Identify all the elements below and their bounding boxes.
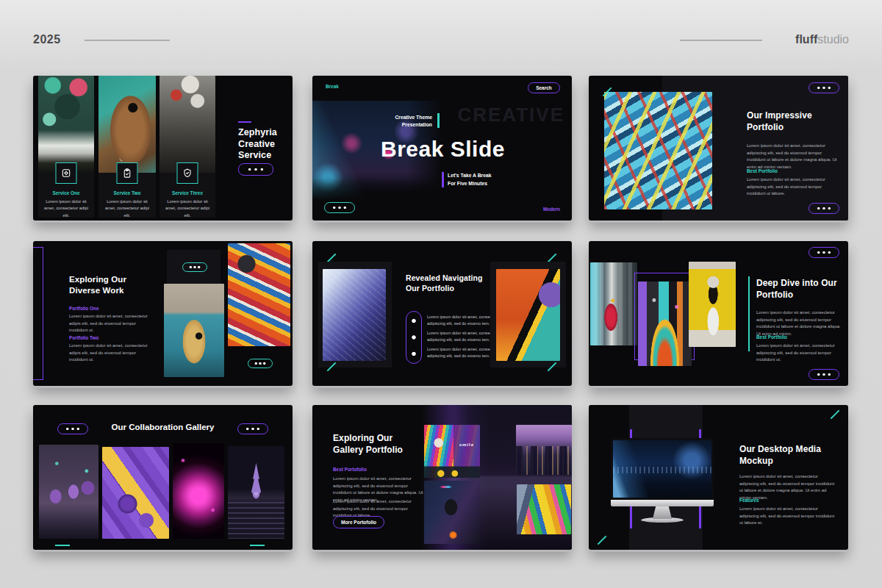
photo-caption: smile [459, 442, 474, 447]
slide-impressive-portfolio: Our Impressive Portfolio Lorem ipsum dol… [589, 76, 848, 220]
slide-deep-dive: Deep Dive into Our Portfolio Lorem ipsum… [589, 241, 848, 386]
photo-skyscraper [323, 269, 386, 361]
photo-angular-graffiti [496, 269, 560, 361]
subheading: Best Portfolio [747, 168, 778, 173]
photo-red-scooter [590, 262, 637, 345]
kicker-text: Creative ThemePresentation [356, 114, 432, 129]
brand-light: studio [817, 33, 849, 46]
dots-pill[interactable] [808, 82, 839, 93]
dots-pill[interactable] [182, 262, 207, 272]
menu-label: Break [326, 84, 339, 89]
desktop-monitor-mockup [611, 438, 714, 523]
accent-bracket [33, 247, 43, 380]
accent-dash [238, 121, 251, 123]
photo-graffiti-letters [517, 484, 571, 534]
list-item: Lorem ipsum dolor sit amet, consect adip… [427, 330, 496, 343]
dots-pill[interactable] [808, 247, 839, 258]
service-desc: Lorem ipsum dolor sit amet, consectetur … [42, 198, 90, 219]
service-label: Service Two [98, 190, 156, 196]
ghost-text: CREATIVE [457, 104, 564, 126]
slide-title: Exploring Our Gallery Portfolio [333, 433, 423, 456]
body-paragraph: Lorem ipsum dolor sit amet, consectetur … [739, 506, 835, 527]
subheading: Portfolio One [69, 306, 98, 311]
subheading: Best Portfolio [756, 334, 787, 340]
monitor-chin [611, 500, 714, 506]
photo-cartoon-mural [164, 284, 224, 377]
subheading: Best Portofolio [333, 467, 367, 472]
brand-bold: fluff [795, 33, 817, 46]
slide-collaboration-gallery: Our Collaboration Gallery [33, 405, 293, 550]
photo-tree-island [228, 446, 284, 539]
photo-blue-bridge-wallpaper [613, 440, 711, 498]
photo-yellow-wall-mural [689, 262, 736, 347]
shield-check-icon [177, 162, 198, 184]
clipboard-check-icon [117, 162, 138, 184]
page: { "header": { "year": "2025", "brand_bol… [0, 0, 882, 588]
body-paragraph: Lorem ipsum dolor sit amet, consectetur … [69, 343, 156, 364]
accent-bar-teal [437, 113, 440, 128]
slide-subtitle: Let's Take A BreakFor Five Minutes [448, 172, 492, 187]
photo-graffiti-alley [159, 76, 215, 173]
body-paragraph: Lorem ipsum dolor sit amet, consectetur … [747, 176, 841, 198]
search-button[interactable]: Search [528, 82, 560, 93]
slide-break: Break Search CREATIVE Creative ThemePres… [312, 76, 572, 220]
monitor-screen [611, 438, 714, 500]
subheading: Portfolio Two [69, 335, 98, 340]
slide-title: Exploring Our Diverse Work [69, 274, 151, 296]
header-divider-right [680, 40, 762, 41]
body-paragraph: Lorem ipsum dolor sit amet, consectetur … [747, 143, 841, 171]
slide-revealed-portfolio: Revealed Navigating Our Portfolio Lorem … [312, 241, 572, 386]
slide-title: Revealed Navigating Our Portfolio [406, 273, 488, 293]
gear-icon [56, 162, 77, 184]
dots-pill[interactable] [237, 423, 268, 434]
slide-desktop-mockup: Our Desktop Media Mockup Lorem ipsum dol… [589, 405, 848, 550]
photo-smile-mural: smile [424, 425, 480, 478]
service-card: Service One Lorem ipsum dolor sit amet, … [38, 76, 94, 218]
photo-supertrees [39, 445, 98, 539]
slide-gallery-portfolio: Exploring Our Gallery Portfolio Best Por… [312, 405, 572, 550]
slide-title: Break Slide [353, 137, 533, 162]
slide-title: Deep Dive into Our Portfolio [756, 278, 845, 301]
photo-street-art-collage [38, 76, 94, 173]
slide-title: Our Impressive Portfolio [747, 110, 828, 133]
slide-title: Our Desktop Media Mockup [739, 444, 822, 467]
photo-squirrel-mural [98, 76, 156, 173]
body-paragraph: Lorem ipsum dolor sit amet, consectetur … [69, 313, 156, 334]
list-bullet-capsule [406, 311, 422, 364]
accent-underline [250, 545, 265, 546]
service-label: Service One [38, 190, 94, 196]
dots-pill[interactable] [808, 369, 839, 380]
photo-painted-guitars [638, 282, 692, 366]
service-card: Service Two Lorem ipsum dolor sit amet, … [98, 76, 156, 218]
service-card: Service Three Lorem ipsum dolor sit amet… [159, 76, 215, 218]
service-label: Service Three [159, 190, 215, 196]
slide-title: Zephyria Creative Service [238, 127, 291, 162]
photo-graffiti-wall [604, 92, 712, 209]
accent-underline [55, 545, 70, 546]
subheading: Features [739, 498, 759, 503]
photo-magenta-flower [173, 443, 224, 539]
corner-label: Modern [543, 207, 560, 212]
more-portfolio-button[interactable]: More Portofolio [333, 516, 384, 528]
monitor-stand [653, 506, 672, 519]
dots-pill[interactable] [238, 163, 273, 176]
dots-pill[interactable] [808, 203, 839, 214]
accent-slash [831, 410, 840, 420]
accent-slash [598, 536, 607, 545]
photo-colorful-graffiti [228, 243, 290, 346]
accent-bar-purple [442, 172, 444, 187]
photo-motorcyclist [424, 481, 480, 544]
photo-abstract-3d [102, 447, 169, 539]
year-label: 2025 [33, 33, 61, 46]
header-divider-left [85, 40, 170, 41]
service-desc: Lorem ipsum dolor sit amet, consectetur … [102, 198, 152, 219]
list-item: Lorem ipsum dolor sit amet, consect adip… [427, 346, 496, 359]
service-desc: Lorem ipsum dolor sit amet, consectetur … [163, 198, 212, 219]
list-item: Lorem ipsum dolor sit amet, consect adip… [427, 314, 496, 327]
dots-pill[interactable] [248, 359, 273, 368]
dots-pill[interactable] [324, 202, 355, 213]
accent-bar-teal [748, 276, 750, 351]
slide-services: Service One Lorem ipsum dolor sit amet, … [33, 76, 293, 220]
slide-diverse-work: Exploring Our Diverse Work Portfolio One… [33, 241, 293, 386]
body-paragraph: Lorem ipsum dolor sit amet, consectetur … [756, 343, 846, 364]
